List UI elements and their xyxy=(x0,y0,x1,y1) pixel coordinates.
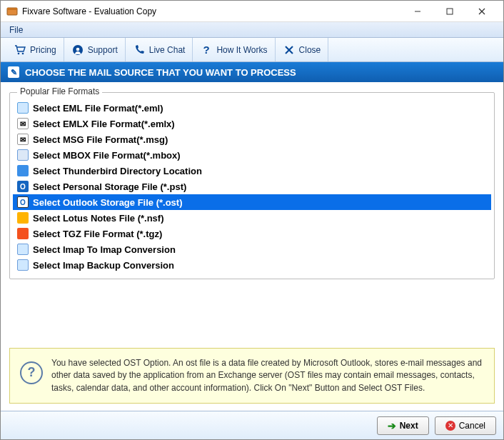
format-pst-label: Select Personal Storage File (*.pst) xyxy=(33,181,186,192)
banner-icon: ✎ xyxy=(8,66,19,78)
app-icon xyxy=(6,6,18,17)
svg-text:?: ? xyxy=(203,44,210,56)
formats-legend: Popular File Formats xyxy=(17,86,102,96)
toolbar: Pricing Support Live Chat ? How It Works… xyxy=(1,38,503,62)
titlebar: Fixvare Software - Evaluation Copy xyxy=(1,1,503,22)
cart-icon xyxy=(14,44,26,56)
formats-list: Select EML File Format(*.eml) ✉ Select E… xyxy=(13,100,491,273)
pst-icon: O xyxy=(17,181,29,192)
instruction-banner: ✎ CHOOSE THE MAIL SOURCE THAT YOU WANT T… xyxy=(1,62,503,82)
format-thunderbird[interactable]: Select Thunderbird Directory Location xyxy=(13,163,491,179)
toolbar-pricing[interactable]: Pricing xyxy=(6,38,64,61)
format-emlx[interactable]: ✉ Select EMLX File Format(*.emlx) xyxy=(13,116,491,131)
format-tgz-label: Select TGZ File Format (*.tgz) xyxy=(33,229,162,239)
menu-file[interactable]: File xyxy=(5,24,27,36)
svg-rect-3 xyxy=(447,9,453,14)
format-ost-label: Select Outlook Storage File (*.ost) xyxy=(33,197,182,208)
cancel-button-label: Cancel xyxy=(459,421,485,431)
mbox-icon xyxy=(17,149,29,161)
toolbar-support-label: Support xyxy=(88,45,118,55)
format-imap-to-imap-label: Select Imap To Imap Conversion xyxy=(33,244,176,255)
info-panel: ? You have selected OST Option. An ost f… xyxy=(9,348,495,404)
question-icon: ? xyxy=(200,44,213,56)
toolbar-pricing-label: Pricing xyxy=(30,45,56,55)
format-emlx-label: Select EMLX File Format(*.emlx) xyxy=(33,119,175,129)
format-ost[interactable]: O Select Outlook Storage File (*.ost) xyxy=(13,194,491,210)
close-icon xyxy=(283,44,296,56)
format-nsf-label: Select Lotus Notes File (*.nsf) xyxy=(33,213,163,224)
cancel-x-icon: ✕ xyxy=(445,421,455,431)
toolbar-livechat[interactable]: Live Chat xyxy=(126,38,193,61)
msg-icon: ✉ xyxy=(17,134,29,145)
svg-point-9 xyxy=(76,47,79,51)
minimize-button[interactable] xyxy=(401,1,433,21)
next-button[interactable]: ➔ Next xyxy=(377,416,429,435)
svg-rect-1 xyxy=(7,8,17,10)
emlx-icon: ✉ xyxy=(17,118,29,129)
toolbar-support[interactable]: Support xyxy=(64,38,126,61)
nsf-icon xyxy=(17,212,29,224)
format-imap-backup-label: Select Imap Backup Conversion xyxy=(33,260,174,271)
format-msg-label: Select MSG File Format(*.msg) xyxy=(33,134,168,145)
toolbar-close-label: Close xyxy=(299,45,321,55)
next-button-label: Next xyxy=(400,421,418,431)
format-imap-to-imap[interactable]: Select Imap To Imap Conversion xyxy=(13,241,491,257)
format-eml[interactable]: Select EML File Format(*.eml) xyxy=(13,100,491,116)
window-title: Fixvare Software - Evaluation Copy xyxy=(22,6,401,16)
format-imap-backup[interactable]: Select Imap Backup Conversion xyxy=(13,257,491,273)
toolbar-close[interactable]: Close xyxy=(276,38,329,61)
format-msg[interactable]: ✉ Select MSG File Format(*.msg) xyxy=(13,131,491,147)
format-thunderbird-label: Select Thunderbird Directory Location xyxy=(33,166,202,176)
main-content: Popular File Formats Select EML File For… xyxy=(1,82,503,411)
banner-text: CHOOSE THE MAIL SOURCE THAT YOU WANT TO … xyxy=(25,67,296,78)
ost-icon: O xyxy=(17,196,29,208)
tgz-icon xyxy=(17,228,29,239)
info-text: You have selected OST Option. An ost fil… xyxy=(51,357,484,394)
thunderbird-icon xyxy=(17,165,29,176)
svg-point-6 xyxy=(18,52,20,54)
formats-group: Popular File Formats Select EML File For… xyxy=(9,92,495,279)
format-mbox[interactable]: Select MBOX File Format(*.mbox) xyxy=(13,147,491,163)
imap-icon xyxy=(17,244,29,255)
imap-backup-icon xyxy=(17,259,29,271)
support-icon xyxy=(71,44,84,56)
format-nsf[interactable]: Select Lotus Notes File (*.nsf) xyxy=(13,210,491,226)
cancel-button[interactable]: ✕ Cancel xyxy=(435,416,496,435)
format-eml-label: Select EML File Format(*.eml) xyxy=(33,103,163,114)
maximize-button[interactable] xyxy=(433,1,465,21)
toolbar-howitworks[interactable]: ? How It Works xyxy=(193,38,275,61)
info-question-icon: ? xyxy=(20,361,43,384)
phone-icon xyxy=(133,44,146,56)
format-mbox-label: Select MBOX File Format(*.mbox) xyxy=(33,150,181,161)
toolbar-howitworks-label: How It Works xyxy=(216,45,267,55)
menubar: File xyxy=(1,22,503,38)
next-arrow-icon: ➔ xyxy=(388,420,396,431)
svg-point-7 xyxy=(22,52,24,54)
footer: ➔ Next ✕ Cancel xyxy=(1,411,503,439)
eml-icon xyxy=(17,102,29,114)
toolbar-livechat-label: Live Chat xyxy=(149,45,186,55)
close-window-button[interactable] xyxy=(465,1,498,21)
format-pst[interactable]: O Select Personal Storage File (*.pst) xyxy=(13,179,491,194)
format-tgz[interactable]: Select TGZ File Format (*.tgz) xyxy=(13,226,491,241)
